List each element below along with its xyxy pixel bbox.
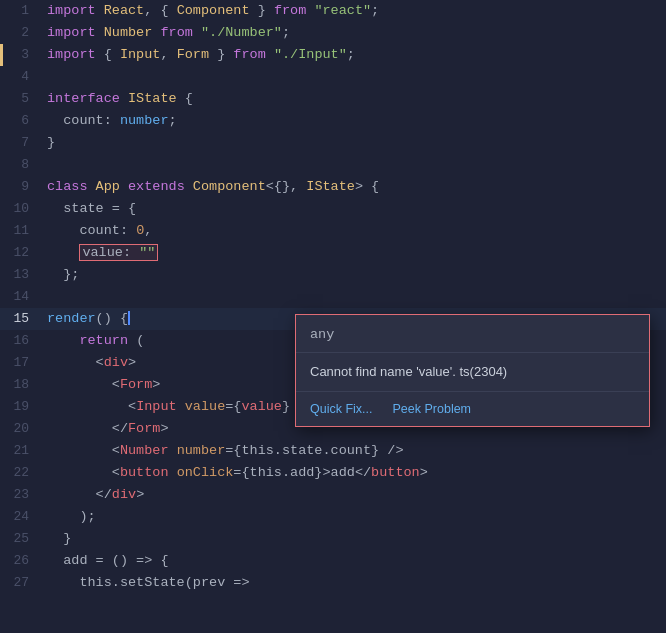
line-25: 25 } bbox=[0, 528, 666, 550]
line-number-11: 11 bbox=[3, 220, 45, 242]
line-11: 11 count: 0, bbox=[0, 220, 666, 242]
line-number-6: 6 bbox=[3, 110, 45, 132]
line-content-6: count: number; bbox=[45, 110, 666, 132]
line-number-24: 24 bbox=[3, 506, 45, 528]
line-content-3: import { Input, Form } from "./Input"; bbox=[45, 44, 666, 66]
line-content-13: }; bbox=[45, 264, 666, 286]
line-24: 24 ); bbox=[0, 506, 666, 528]
line-content-11: count: 0, bbox=[45, 220, 666, 242]
line-content-7: } bbox=[45, 132, 666, 154]
line-26: 26 add = () => { bbox=[0, 550, 666, 572]
line-14: 14 bbox=[0, 286, 666, 308]
line-number-2: 2 bbox=[3, 22, 45, 44]
line-number-14: 14 bbox=[3, 286, 45, 308]
line-number-7: 7 bbox=[3, 132, 45, 154]
line-number-13: 13 bbox=[3, 264, 45, 286]
line-content-1: import React, { Component } from "react"… bbox=[45, 0, 666, 22]
line-number-15: 15 bbox=[3, 308, 45, 330]
line-number-20: 20 bbox=[3, 418, 45, 440]
line-number-21: 21 bbox=[3, 440, 45, 462]
error-tooltip: any Cannot find name 'value'. ts(2304) Q… bbox=[295, 314, 650, 427]
line-number-19: 19 bbox=[3, 396, 45, 418]
line-number-25: 25 bbox=[3, 528, 45, 550]
line-content-25: } bbox=[45, 528, 666, 550]
line-9: 9 class App extends Component<{}, IState… bbox=[0, 176, 666, 198]
tooltip-type: any bbox=[310, 327, 334, 342]
line-21: 21 <Number number={this.state.count} /> bbox=[0, 440, 666, 462]
quick-fix-action[interactable]: Quick Fix... bbox=[310, 398, 373, 420]
tooltip-header: any bbox=[296, 315, 649, 353]
code-lines: 1 import React, { Component } from "reac… bbox=[0, 0, 666, 594]
line-number-9: 9 bbox=[3, 176, 45, 198]
line-number-3: 3 bbox=[3, 44, 45, 66]
line-content-12: value: "" bbox=[45, 242, 666, 264]
line-8: 8 bbox=[0, 154, 666, 176]
line-23: 23 </div> bbox=[0, 484, 666, 506]
line-content-10: state = { bbox=[45, 198, 666, 220]
line-5: 5 interface IState { bbox=[0, 88, 666, 110]
line-content-2: import Number from "./Number"; bbox=[45, 22, 666, 44]
line-content-21: <Number number={this.state.count} /> bbox=[45, 440, 666, 462]
tooltip-message: Cannot find name 'value'. ts(2304) bbox=[296, 353, 649, 392]
code-editor: 1 import React, { Component } from "reac… bbox=[0, 0, 666, 633]
line-content-23: </div> bbox=[45, 484, 666, 506]
line-number-18: 18 bbox=[3, 374, 45, 396]
line-number-22: 22 bbox=[3, 462, 45, 484]
line-10: 10 state = { bbox=[0, 198, 666, 220]
line-number-5: 5 bbox=[3, 88, 45, 110]
line-4: 4 bbox=[0, 66, 666, 88]
line-content-27: this.setState(prev => bbox=[45, 572, 666, 594]
line-number-12: 12 bbox=[3, 242, 45, 264]
line-3: 3 import { Input, Form } from "./Input"; bbox=[0, 44, 666, 66]
line-content-26: add = () => { bbox=[45, 550, 666, 572]
line-1: 1 import React, { Component } from "reac… bbox=[0, 0, 666, 22]
tooltip-actions: Quick Fix... Peek Problem bbox=[296, 392, 649, 426]
line-number-10: 10 bbox=[3, 198, 45, 220]
line-2: 2 import Number from "./Number"; bbox=[0, 22, 666, 44]
line-content-9: class App extends Component<{}, IState> … bbox=[45, 176, 666, 198]
line-number-23: 23 bbox=[3, 484, 45, 506]
line-content-22: <button onClick={this.add}>add</button> bbox=[45, 462, 666, 484]
line-number-16: 16 bbox=[3, 330, 45, 352]
line-number-8: 8 bbox=[3, 154, 45, 176]
line-number-4: 4 bbox=[3, 66, 45, 88]
line-7: 7 } bbox=[0, 132, 666, 154]
line-number-26: 26 bbox=[3, 550, 45, 572]
line-number-1: 1 bbox=[3, 0, 45, 22]
line-number-27: 27 bbox=[3, 572, 45, 594]
line-6: 6 count: number; bbox=[0, 110, 666, 132]
line-27: 27 this.setState(prev => bbox=[0, 572, 666, 594]
line-number-17: 17 bbox=[3, 352, 45, 374]
line-22: 22 <button onClick={this.add}>add</butto… bbox=[0, 462, 666, 484]
line-content-5: interface IState { bbox=[45, 88, 666, 110]
line-12: 12 value: "" bbox=[0, 242, 666, 264]
line-13: 13 }; bbox=[0, 264, 666, 286]
peek-problem-action[interactable]: Peek Problem bbox=[393, 398, 472, 420]
line-content-24: ); bbox=[45, 506, 666, 528]
